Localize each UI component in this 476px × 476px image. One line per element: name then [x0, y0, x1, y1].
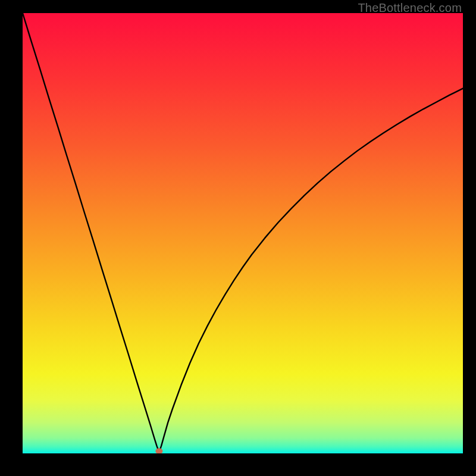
- chart-canvas: [23, 13, 463, 453]
- plot-area: [23, 13, 463, 453]
- gradient-background: [23, 13, 463, 453]
- watermark-text: TheBottleneck.com: [358, 1, 462, 15]
- chart-frame: TheBottleneck.com: [0, 0, 476, 476]
